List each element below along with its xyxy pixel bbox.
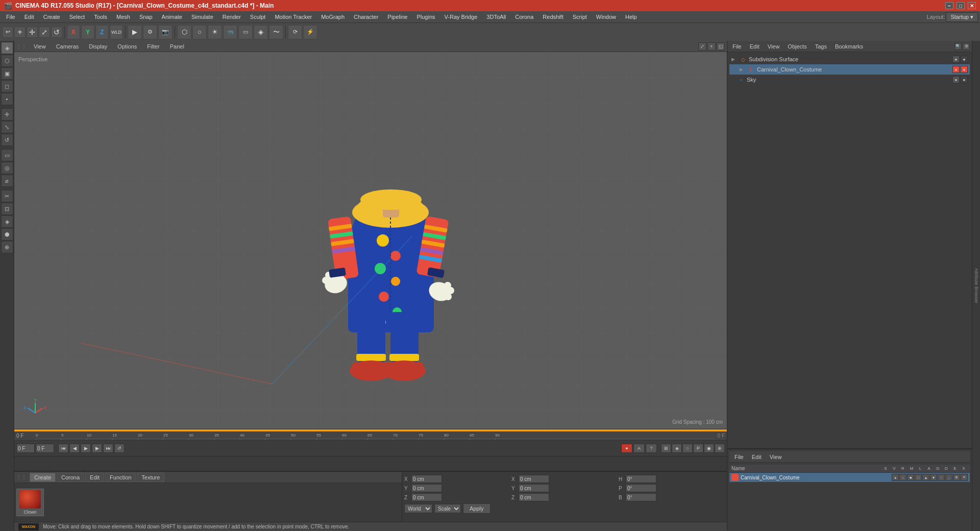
menu-file[interactable]: File bbox=[2, 13, 19, 21]
coord-x-input[interactable] bbox=[411, 475, 442, 483]
om-search-icon[interactable]: 🔍 bbox=[954, 43, 962, 50]
menu-pipeline[interactable]: Pipeline bbox=[383, 13, 411, 21]
menu-mograph[interactable]: MoGraph bbox=[317, 13, 349, 21]
om-settings-icon[interactable]: ⚙ bbox=[963, 43, 970, 50]
obj-render-toggle-3[interactable]: ● bbox=[961, 76, 968, 83]
material-clown[interactable]: Clown bbox=[16, 489, 44, 516]
attr-btn-1[interactable]: ● bbox=[892, 474, 899, 481]
obj-clown-costume[interactable]: ▶ L Carnival_Clown_Costume ● ● bbox=[729, 64, 970, 75]
sidebar-live-select[interactable]: ◎ bbox=[1, 162, 13, 174]
sidebar-edge-mode[interactable]: ◻ bbox=[1, 80, 13, 92]
timeline-ruler[interactable]: 0 F 0 5 10 15 20 25 30 bbox=[14, 431, 727, 441]
coord-z-input[interactable] bbox=[411, 493, 442, 501]
tl-icon-6[interactable]: ⊕ bbox=[715, 444, 725, 453]
menu-motiontracker[interactable]: Motion Tracker bbox=[271, 13, 316, 21]
camera-btn[interactable]: 📹 bbox=[223, 25, 237, 39]
new-button[interactable]: + bbox=[14, 27, 26, 38]
coord-h-input[interactable] bbox=[626, 475, 656, 483]
floor-btn[interactable]: ▭ bbox=[238, 25, 253, 39]
attr-view-btn[interactable]: View bbox=[767, 453, 785, 461]
coord-x2-input[interactable] bbox=[519, 475, 549, 483]
coord-world-dropdown[interactable]: World Object Local bbox=[404, 504, 432, 513]
attr-btn-10[interactable]: ✕ bbox=[961, 474, 968, 481]
obj-vis-toggle[interactable]: ● bbox=[952, 56, 960, 63]
vp-icon-2[interactable]: + bbox=[707, 42, 716, 51]
sidebar-point-mode[interactable]: • bbox=[1, 93, 13, 105]
sidebar-rotate[interactable]: ↺ bbox=[1, 134, 13, 146]
3d-viewport[interactable]: Perspective bbox=[14, 52, 727, 429]
frame-input-2[interactable] bbox=[36, 444, 54, 453]
sidebar-extrude[interactable]: ⊡ bbox=[1, 203, 13, 215]
menu-window[interactable]: Window bbox=[592, 13, 620, 21]
play-btn[interactable]: ▶ bbox=[81, 444, 91, 453]
light-btn[interactable]: ☀ bbox=[208, 25, 222, 39]
coord-p-input[interactable] bbox=[626, 484, 656, 492]
sidebar-select-mode[interactable]: ⬡ bbox=[1, 55, 13, 67]
attr-btn-2[interactable]: ○ bbox=[899, 474, 906, 481]
scale-tool[interactable]: ⤢ bbox=[39, 27, 50, 38]
prev-frame-btn[interactable]: ◀ bbox=[69, 444, 80, 453]
world-btn[interactable]: WLD bbox=[110, 25, 123, 39]
sky-btn[interactable]: ◈ bbox=[254, 25, 268, 39]
move-tool[interactable]: ✛ bbox=[27, 27, 38, 38]
tl-icon-5[interactable]: ◉ bbox=[704, 444, 714, 453]
om-view-btn[interactable]: View bbox=[765, 42, 783, 51]
menu-animate[interactable]: Animate bbox=[158, 13, 186, 21]
menu-snap[interactable]: Snap bbox=[135, 13, 157, 21]
om-file-btn[interactable]: File bbox=[729, 42, 745, 51]
menu-vraybridge[interactable]: V-Ray Bridge bbox=[440, 13, 482, 21]
frame-input[interactable] bbox=[16, 444, 35, 453]
coord-y-input[interactable] bbox=[411, 484, 442, 492]
render-view-btn[interactable]: ▶ bbox=[128, 25, 142, 39]
attr-file-btn[interactable]: File bbox=[731, 453, 747, 461]
menu-edit[interactable]: Edit bbox=[20, 13, 38, 21]
apply-button[interactable]: Apply bbox=[463, 503, 491, 514]
om-bookmarks-btn[interactable]: Bookmarks bbox=[832, 42, 866, 51]
menu-script[interactable]: Script bbox=[569, 13, 591, 21]
menu-tools[interactable]: Tools bbox=[90, 13, 111, 21]
menu-help[interactable]: Help bbox=[621, 13, 641, 21]
menu-create[interactable]: Create bbox=[39, 13, 64, 21]
tl-icon-1[interactable]: ⊞ bbox=[661, 444, 671, 453]
coord-z2-input[interactable] bbox=[519, 493, 549, 501]
effector-btn[interactable]: ⚡ bbox=[303, 25, 317, 39]
attr-btn-6[interactable]: ▼ bbox=[930, 474, 937, 481]
menu-corona[interactable]: Corona bbox=[511, 13, 537, 21]
sidebar-rect-select[interactable]: ▭ bbox=[1, 149, 13, 161]
menu-redshift[interactable]: Redshift bbox=[538, 13, 567, 21]
menu-plugins[interactable]: Plugins bbox=[412, 13, 439, 21]
obj-render-toggle[interactable]: ● bbox=[961, 56, 968, 63]
om-objects-btn[interactable]: Objects bbox=[785, 42, 810, 51]
obj-subdivision-surface[interactable]: ▶ ◇ Subdivision Surface ● ● bbox=[729, 54, 970, 64]
tl-icon-4[interactable]: P bbox=[693, 444, 703, 453]
attr-btn-9[interactable]: ⊕ bbox=[953, 474, 960, 481]
record-btn[interactable]: ● bbox=[621, 444, 632, 453]
key-info-btn[interactable]: ? bbox=[646, 444, 657, 453]
render-to-pic-btn[interactable]: 📷 bbox=[158, 25, 173, 39]
vp-menu-filter[interactable]: Filter bbox=[144, 42, 162, 51]
menu-sculpt[interactable]: Sculpt bbox=[246, 13, 270, 21]
sidebar-move[interactable]: ✛ bbox=[1, 108, 13, 120]
sidebar-loop-select[interactable]: ⌀ bbox=[1, 175, 13, 187]
vp-menu-display[interactable]: Display bbox=[86, 42, 110, 51]
deformer-btn[interactable]: ⟳ bbox=[288, 25, 302, 39]
obj-sky[interactable]: ○ Sky ● ● bbox=[729, 75, 970, 85]
undo-button[interactable]: ↩ bbox=[2, 27, 13, 38]
sidebar-poly-mode[interactable]: ▣ bbox=[1, 67, 13, 80]
sidebar-scale[interactable]: ⤡ bbox=[1, 121, 13, 133]
vp-menu-panel[interactable]: Panel bbox=[167, 42, 187, 51]
om-tags-btn[interactable]: Tags bbox=[812, 42, 830, 51]
menu-mesh[interactable]: Mesh bbox=[112, 13, 134, 21]
sidebar-bevel[interactable]: ◈ bbox=[1, 215, 13, 228]
vp-menu-cameras[interactable]: Cameras bbox=[53, 42, 82, 51]
sidebar-weld[interactable]: ⊕ bbox=[1, 241, 13, 253]
menu-select[interactable]: Select bbox=[65, 13, 89, 21]
tl-icon-3[interactable]: ○ bbox=[682, 444, 693, 453]
auto-key-btn[interactable]: A bbox=[633, 444, 645, 453]
menu-3dtoall[interactable]: 3DToAll bbox=[482, 13, 510, 21]
render-settings-btn[interactable]: ⚙ bbox=[143, 25, 157, 39]
sidebar-bridge[interactable]: ⬢ bbox=[1, 228, 13, 240]
obj-vis-toggle-2[interactable]: ● bbox=[952, 66, 960, 73]
tab-create[interactable]: Create bbox=[30, 473, 56, 482]
tl-icon-2[interactable]: ◈ bbox=[672, 444, 682, 453]
